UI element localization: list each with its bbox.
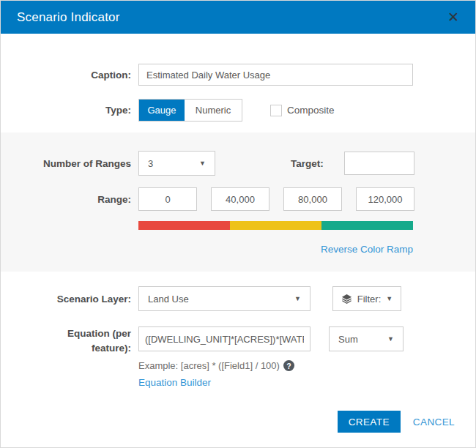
ramp-segment-green bbox=[321, 221, 413, 230]
dialog-title: Scenario Indicator bbox=[17, 10, 120, 25]
equation-input[interactable] bbox=[138, 326, 310, 351]
help-icon[interactable]: ? bbox=[283, 360, 294, 371]
target-input[interactable] bbox=[344, 152, 414, 175]
range-row: Range: bbox=[1, 187, 475, 211]
equation-label: Equation (per feature): bbox=[52, 326, 131, 355]
create-button[interactable]: CREATE bbox=[338, 411, 401, 433]
ranges-panel: Number of Ranges 3 ▼ Target: Range: bbox=[1, 132, 475, 272]
number-of-ranges-select[interactable]: 3 ▼ bbox=[138, 151, 215, 176]
equation-example-line: Example: [acres] * ([Field1] / 100) ? bbox=[138, 360, 475, 371]
range-input-4[interactable] bbox=[356, 187, 414, 211]
reverse-ramp-row: Reverse Color Ramp bbox=[1, 242, 475, 255]
type-row: Type: Gauge Numeric Composite bbox=[1, 99, 475, 122]
number-of-ranges-value: 3 bbox=[148, 158, 153, 169]
number-of-ranges-row: Number of Ranges 3 ▼ Target: bbox=[1, 151, 475, 176]
dialog-header: Scenario Indicator ✕ bbox=[1, 1, 475, 34]
dialog-footer: CREATE CANCEL bbox=[338, 411, 455, 433]
chevron-down-icon: ▼ bbox=[199, 160, 206, 167]
composite-label: Composite bbox=[287, 105, 335, 116]
range-label: Range: bbox=[1, 194, 131, 205]
range-input-3[interactable] bbox=[283, 187, 342, 211]
chevron-down-icon: ▼ bbox=[386, 295, 393, 302]
chevron-down-icon: ▼ bbox=[387, 335, 394, 343]
close-icon[interactable]: ✕ bbox=[445, 9, 462, 26]
equation-example-text: Example: [acres] * ([Field1] / 100) bbox=[138, 360, 280, 371]
reverse-color-ramp-link[interactable]: Reverse Color Ramp bbox=[321, 244, 413, 255]
filter-button[interactable]: Filter: ▼ bbox=[332, 286, 401, 311]
scenario-layer-select[interactable]: Land Use ▼ bbox=[138, 286, 310, 311]
ramp-segment-yellow bbox=[230, 221, 321, 230]
caption-input[interactable] bbox=[138, 64, 413, 86]
type-option-gauge[interactable]: Gauge bbox=[139, 100, 185, 121]
composite-checkbox[interactable] bbox=[270, 105, 282, 116]
aggregation-value: Sum bbox=[338, 334, 358, 345]
aggregation-select[interactable]: Sum ▼ bbox=[329, 326, 404, 351]
type-label: Type: bbox=[1, 105, 131, 116]
filter-label: Filter: bbox=[357, 294, 382, 305]
number-of-ranges-label: Number of Ranges bbox=[1, 158, 131, 169]
type-segmented-control: Gauge Numeric bbox=[138, 99, 242, 122]
cancel-button[interactable]: CANCEL bbox=[413, 417, 455, 428]
scenario-indicator-dialog: { "dialog": { "title": "Scenario Indicat… bbox=[0, 0, 476, 448]
scenario-layer-row: Scenario Layer: Land Use ▼ Filter: ▼ bbox=[1, 286, 475, 311]
caption-row: Caption: bbox=[1, 64, 475, 86]
equation-builder-link[interactable]: Equation Builder bbox=[138, 377, 211, 388]
range-input-2[interactable] bbox=[211, 187, 269, 211]
range-input-1[interactable] bbox=[138, 187, 197, 211]
type-option-numeric[interactable]: Numeric bbox=[185, 100, 242, 121]
target-label: Target: bbox=[291, 158, 324, 169]
equation-row: Equation (per feature): Sum ▼ bbox=[1, 326, 475, 355]
ramp-segment-red bbox=[138, 221, 230, 230]
color-ramp-row bbox=[1, 221, 475, 230]
caption-label: Caption: bbox=[1, 70, 131, 81]
chevron-down-icon: ▼ bbox=[294, 295, 301, 302]
scenario-layer-value: Land Use bbox=[148, 294, 189, 305]
color-ramp bbox=[138, 221, 413, 230]
scenario-layer-label: Scenario Layer: bbox=[1, 294, 131, 305]
equation-builder-line: Equation Builder bbox=[138, 376, 475, 389]
layers-icon bbox=[341, 294, 352, 305]
